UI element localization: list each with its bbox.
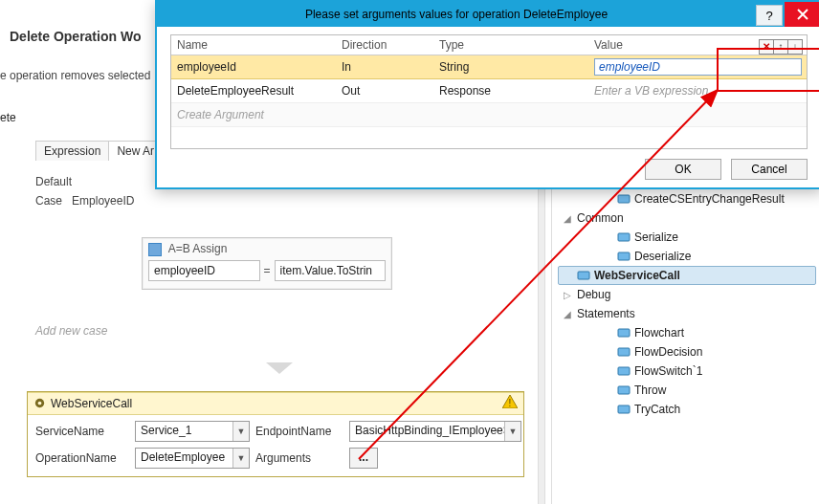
svg-rect-9: [618, 329, 630, 337]
toolbox-group-debug[interactable]: ▷Debug: [558, 285, 816, 304]
label-operationname: OperationName: [35, 451, 129, 465]
add-new-case-link[interactable]: Add new case: [35, 324, 107, 338]
toolbox-item-label: Statements: [577, 307, 635, 320]
cell-direction: Out: [336, 79, 433, 103]
svg-rect-8: [578, 272, 589, 279]
splitter-handle[interactable]: [538, 187, 545, 504]
toolbox-item-createcsentrychangeresult[interactable]: CreateCSEntryChangeResult: [558, 189, 816, 208]
col-name[interactable]: Name: [171, 35, 336, 55]
case-prefix: Case: [35, 194, 62, 208]
toolbox-item-flowswitch-1[interactable]: FlowSwitch`1: [558, 362, 816, 381]
toolbox-panel: CreateCSEntryChangeResult◢Common Seriali…: [551, 187, 816, 504]
toolbox-item-deserialize[interactable]: Deserialize: [558, 247, 816, 266]
equals-icon: =: [264, 264, 271, 277]
cell-type: String: [433, 55, 588, 79]
table-row[interactable]: employeeIdInString: [171, 55, 807, 79]
svg-marker-0: [266, 362, 293, 374]
spacer: [602, 252, 613, 262]
page-title: Delete Operation Wo: [10, 29, 141, 44]
toolbox-item-label: Flowchart: [634, 326, 684, 340]
toolbox-item-webservicecall[interactable]: WebServiceCall: [558, 266, 816, 285]
spacer: [602, 232, 613, 243]
dialog-titlebar[interactable]: Please set arguments values for operatio…: [157, 2, 819, 27]
assign-title-text: A=B Assign: [168, 242, 228, 255]
create-argument-row[interactable]: Create Argument: [171, 103, 807, 127]
toolbox-item-trycatch[interactable]: TryCatch: [558, 400, 816, 419]
webservicecall-activity[interactable]: WebServiceCall ! ServiceName Service_1 ▼…: [27, 391, 524, 477]
toolbox-item-label: Serialize: [634, 230, 678, 244]
toolbox-item-throw[interactable]: Throw: [558, 381, 816, 400]
assign-left-field[interactable]: employeeID: [148, 260, 260, 281]
chevron-down-icon[interactable]: ▼: [504, 422, 520, 441]
toolbox-item-label: Deserialize: [634, 250, 691, 263]
cell-value[interactable]: [588, 55, 807, 79]
toolbox-group-statements[interactable]: ◢Statements: [558, 304, 816, 323]
col-type[interactable]: Type: [433, 35, 588, 55]
toolbox-item-label: CreateCSEntryChangeResult: [634, 192, 785, 206]
spacer: [562, 271, 573, 281]
spacer: [602, 194, 613, 205]
tab-expression[interactable]: Expression: [36, 142, 109, 161]
chevron-down-icon[interactable]: ▼: [232, 449, 249, 468]
collapse-icon[interactable]: ◢: [562, 309, 573, 319]
webservicecall-title: WebServiceCall: [51, 397, 132, 410]
case-tabs: Expression New Ar: [35, 141, 164, 161]
spacer: [602, 385, 613, 396]
toolbox-item-serialize[interactable]: Serialize: [558, 228, 816, 247]
close-button[interactable]: [785, 2, 819, 27]
assign-activity[interactable]: A=B Assign employeeID = item.Value.ToStr…: [142, 237, 392, 290]
activity-icon: [617, 345, 631, 359]
cancel-button[interactable]: Cancel: [731, 159, 808, 180]
ok-button[interactable]: OK: [645, 159, 721, 180]
activity-icon: [617, 383, 631, 397]
value-placeholder: Enter a VB expression: [594, 84, 708, 98]
svg-rect-10: [618, 348, 630, 356]
activity-icon: [617, 192, 631, 206]
assign-right-field[interactable]: item.Value.ToStrin: [275, 260, 387, 281]
delete-argument-button[interactable]: ✕: [759, 39, 774, 55]
page-subtitle-tail: ete: [0, 111, 16, 124]
move-down-button[interactable]: ↓: [787, 39, 803, 55]
spacer: [602, 366, 613, 377]
svg-rect-6: [618, 233, 630, 241]
move-up-button[interactable]: ↑: [773, 39, 788, 55]
toolbox-item-label: WebServiceCall: [594, 269, 680, 282]
activity-icon: [577, 269, 590, 282]
toolbox-item-flowdecision[interactable]: FlowDecision: [558, 342, 816, 362]
chevron-down-icon[interactable]: ▼: [232, 422, 249, 441]
warning-icon: !: [502, 395, 518, 411]
endpointname-value: BasicHttpBinding_IEmployeeService: [350, 422, 504, 441]
svg-rect-5: [618, 195, 630, 203]
toolbox-item-label: Debug: [577, 288, 610, 301]
toolbox-item-label: TryCatch: [634, 403, 680, 416]
toolbox-item-label: FlowSwitch`1: [634, 364, 702, 378]
help-button[interactable]: ?: [756, 5, 783, 26]
arguments-ellipsis-button[interactable]: ...: [349, 448, 378, 469]
cell-type: Response: [433, 79, 588, 103]
collapse-icon[interactable]: ◢: [562, 213, 573, 224]
col-direction[interactable]: Direction: [336, 35, 433, 55]
table-row[interactable]: DeleteEmployeeResultOutResponseEnter a V…: [171, 79, 807, 103]
value-input[interactable]: [594, 58, 802, 76]
toolbox-item-flowchart[interactable]: Flowchart: [558, 323, 816, 342]
arguments-table: Name Direction Type Value employeeIdInSt…: [171, 35, 807, 127]
case-value: EmployeeID: [72, 194, 134, 208]
svg-rect-13: [618, 405, 630, 413]
gear-icon: [33, 397, 46, 409]
endpointname-combo[interactable]: BasicHttpBinding_IEmployeeService ▼: [349, 421, 521, 442]
activity-icon: [617, 230, 631, 244]
expand-icon[interactable]: ▷: [562, 290, 573, 300]
cell-value[interactable]: Enter a VB expression: [588, 79, 807, 103]
label-servicename: ServiceName: [35, 425, 129, 438]
arguments-dialog: Please set arguments values for operatio…: [155, 0, 819, 189]
svg-rect-7: [618, 252, 630, 260]
cell-name: employeeId: [171, 55, 336, 79]
dialog-title: Please set arguments values for operatio…: [157, 8, 756, 21]
arguments-grid-container: ✕ ↑ ↓ Name Direction Type Value employee…: [170, 34, 808, 149]
toolbox-group-common[interactable]: ◢Common: [558, 208, 816, 228]
servicename-combo[interactable]: Service_1 ▼: [135, 421, 250, 442]
spacer: [602, 328, 613, 339]
create-argument-label: Create Argument: [171, 103, 807, 127]
operationname-combo[interactable]: DeleteEmployee ▼: [135, 448, 250, 469]
case-label[interactable]: Case EmployeeID: [35, 194, 134, 208]
